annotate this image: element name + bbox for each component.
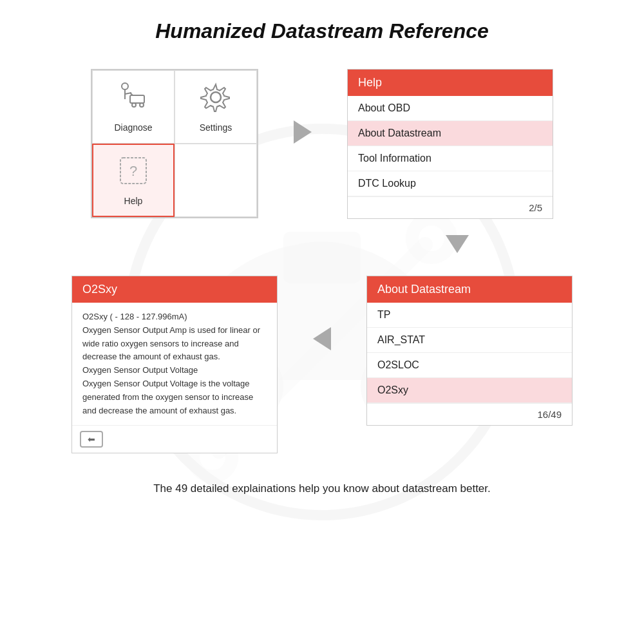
help-menu-pagination: 2/5 [348, 196, 553, 218]
help-menu-item-0[interactable]: About OBD [348, 96, 553, 121]
page-title: Humanized Datastream Reference [19, 13, 625, 50]
help-menu-item-1[interactable]: About Datastream [348, 121, 553, 146]
svg-text:?: ? [129, 163, 137, 179]
arrow-down-icon [446, 235, 469, 253]
detail-panel-header: O2Sxy [72, 276, 277, 303]
svg-point-12 [140, 103, 144, 107]
svg-point-14 [211, 92, 221, 102]
datastream-pagination: 16/49 [367, 403, 572, 425]
help-menu-item-2[interactable]: Tool Information [348, 146, 553, 171]
svg-point-7 [122, 83, 128, 90]
datastream-menu-header: About Datastream [367, 276, 572, 303]
arrow-down-container [19, 235, 625, 253]
datastream-item-2[interactable]: O2SLOC [367, 353, 572, 378]
content-area: Diagnose Settings [19, 69, 625, 495]
help-label: Help [124, 196, 143, 206]
settings-icon [200, 81, 232, 119]
menu-item-diagnose[interactable]: Diagnose [92, 70, 175, 144]
help-menu-header: Help [348, 70, 553, 96]
help-menu-panel: Help About OBD About Datastream Tool Inf… [347, 69, 553, 219]
datastream-item-0[interactable]: TP [367, 303, 572, 328]
diagnose-icon [117, 81, 149, 119]
bottom-row: O2Sxy O2Sxy ( - 128 - 127.996mA) Oxygen … [19, 276, 625, 453]
detail-panel: O2Sxy O2Sxy ( - 128 - 127.996mA) Oxygen … [71, 276, 278, 453]
main-container: Humanized Datastream Reference [0, 0, 644, 508]
help-menu-item-3[interactable]: DTC Lookup [348, 171, 553, 196]
svg-rect-10 [130, 95, 144, 103]
diagnose-label: Diagnose [114, 122, 152, 133]
detail-panel-body: O2Sxy ( - 128 - 127.996mA) Oxygen Sensor… [72, 303, 277, 425]
datastream-item-3[interactable]: O2Sxy [367, 378, 572, 403]
main-menu-panel: Diagnose Settings [91, 69, 258, 218]
datastream-menu-panel: About Datastream TP AIR_STAT O2SLOC O2Sx… [366, 276, 573, 426]
top-row: Diagnose Settings [19, 69, 625, 219]
back-button-container: ⬅ [72, 425, 277, 453]
menu-item-settings[interactable]: Settings [175, 70, 257, 144]
footer-text: The 49 detailed explainations help you k… [19, 482, 625, 495]
detail-text: O2Sxy ( - 128 - 127.996mA) Oxygen Sensor… [82, 312, 260, 415]
help-icon: ? [117, 155, 149, 193]
back-button[interactable]: ⬅ [80, 431, 103, 448]
arrow-left-container [303, 276, 341, 350]
svg-point-11 [132, 103, 136, 107]
arrow-right-container [284, 69, 321, 144]
arrow-right-icon [294, 120, 312, 144]
menu-item-help[interactable]: ? Help [92, 144, 175, 217]
datastream-item-1[interactable]: AIR_STAT [367, 328, 572, 353]
settings-label: Settings [200, 122, 232, 133]
arrow-left-icon [313, 327, 331, 350]
menu-item-empty [175, 144, 257, 217]
